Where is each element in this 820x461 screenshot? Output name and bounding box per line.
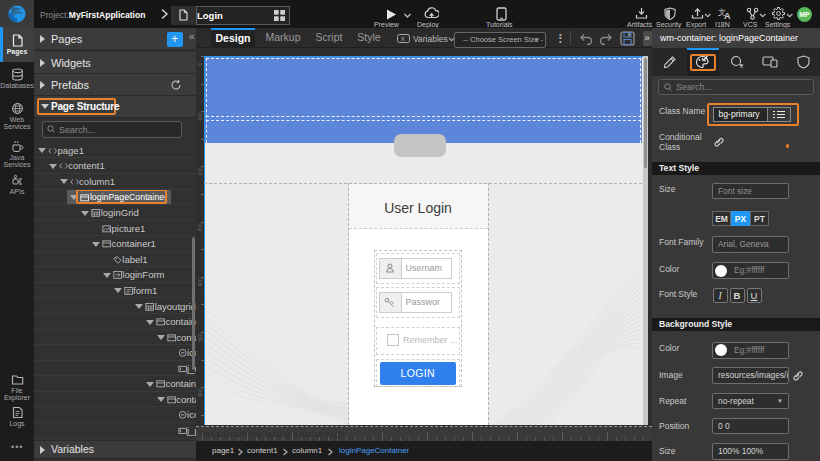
svg-text:x: x [401,35,405,42]
svg-text:A: A [724,11,731,20]
